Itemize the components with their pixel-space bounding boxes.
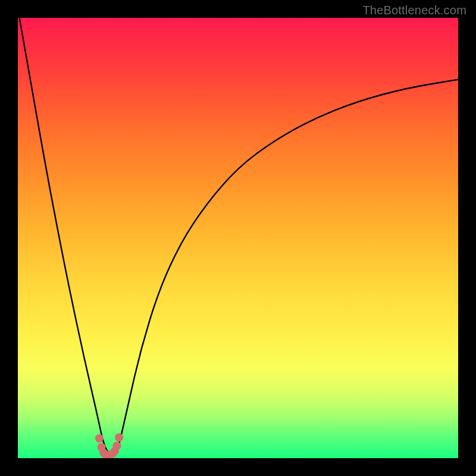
marker-dot	[113, 441, 121, 450]
attribution-label: TheBottleneck.com	[362, 4, 466, 17]
marker-dot	[95, 434, 104, 443]
chart-frame: TheBottleneck.com	[0, 0, 476, 476]
bottleneck-curve	[18, 18, 458, 456]
minimum-marker	[95, 433, 123, 458]
plot-area	[18, 18, 458, 458]
curve-layer	[18, 18, 458, 458]
marker-dot	[115, 433, 123, 441]
